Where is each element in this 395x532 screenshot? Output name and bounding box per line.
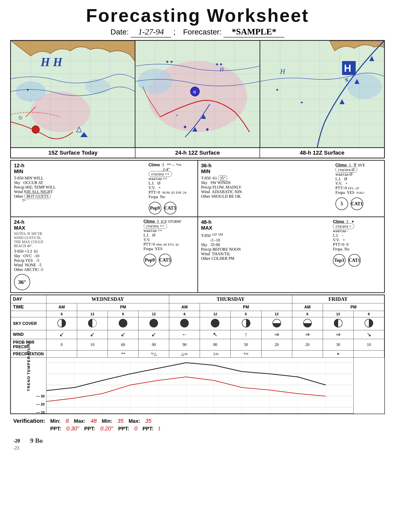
- precip-3: **: [108, 351, 139, 358]
- min2-label: Min:: [102, 418, 112, 424]
- ts-12a: 12: [77, 311, 108, 317]
- map-svg-3: H ✦ ✦ ≶: [260, 41, 384, 147]
- map-labels-row: 15Z Surface Today 24-h 12Z Surface 48-h …: [11, 147, 384, 158]
- wind-11: ↘: [353, 330, 384, 339]
- ts-6: 6: [46, 311, 77, 317]
- svg-text:✦✦: ✦✦: [165, 59, 174, 65]
- forecaster-field: Forecaster: *SAMPLE*: [183, 27, 285, 38]
- pp-9: 20: [292, 339, 323, 351]
- precip-2: [77, 351, 108, 358]
- ppt4-label: PPT:: [142, 426, 153, 432]
- temp-chart-cell: [46, 358, 354, 414]
- wind-1: ↙: [46, 330, 77, 339]
- pp-5: 90: [169, 339, 200, 351]
- ppt4-value: t: [159, 425, 160, 432]
- forecast-cell-36h-min: 36-hMIN T-850 -61 35° Sky SW WINDS Preci…: [198, 160, 385, 217]
- fc4-pop-circle: Top3: [333, 254, 346, 267]
- min2-value: 35: [117, 418, 123, 424]
- map-svg-1: H H ✦ · ··: [11, 41, 135, 147]
- map-panel-2: ✦✦ ✦✦ ⊙: [135, 41, 260, 147]
- precip-5: △∕∞: [169, 351, 200, 358]
- precip-11: [353, 351, 384, 358]
- pp-11: 10: [353, 339, 384, 351]
- pp-8: 20: [261, 339, 292, 351]
- time-pm-thu: PM: [200, 303, 292, 311]
- wind-2: ↙: [77, 330, 108, 339]
- svg-point-77: [150, 319, 158, 327]
- fc4-cat-circle: CAT1: [348, 254, 361, 267]
- time-am-fri: AM: [292, 303, 323, 311]
- ts-6f: 6: [353, 311, 384, 317]
- ts-6b: 6: [108, 311, 139, 317]
- precip-7: *∕≡: [231, 351, 261, 358]
- wind-label: WIND: [11, 330, 46, 339]
- ppt3-label: PPT:: [118, 426, 129, 432]
- sky-cover-row: SKY COVER: [11, 317, 384, 330]
- svg-text:H: H: [280, 67, 286, 75]
- pp-6: 80: [200, 339, 231, 351]
- ts-12d: 12: [261, 311, 292, 317]
- daily-table: DAY WEDNESDAY THURSDAY FRIDAY TIME AM PM…: [11, 295, 384, 414]
- time-am-thu: AM: [169, 303, 200, 311]
- precip-prob-row: PROB FOR PRECIP. 0 10 60 90 90 80 50 20 …: [11, 339, 384, 351]
- sky-2: [77, 317, 108, 330]
- wind-10: ⇒: [323, 330, 353, 339]
- forecaster-value: *SAMPLE*: [224, 27, 284, 38]
- header: Forecasting Worksheet Date: 1-27-94 ; Fo…: [10, 5, 385, 38]
- day-header-thu: THURSDAY: [169, 295, 292, 303]
- precip-9: [292, 351, 323, 358]
- svg-point-47: [206, 128, 209, 131]
- ts-6d: 6: [231, 311, 261, 317]
- pp-2: 10: [77, 339, 108, 351]
- ppt1-label: PPT:: [50, 426, 61, 432]
- precipitation-row: PRECIPITATION ** *∕△ △∕∞ ☽∕∞ *∕≡ ✶: [11, 351, 384, 358]
- ts-6e: 6: [292, 311, 323, 317]
- time-pm-fri: PM: [323, 303, 384, 311]
- forecast-cell-48h-max: 48-hMAX T-850 12Z 18Z -5 -10 Sky 35-90 P…: [198, 217, 385, 292]
- svg-text:H: H: [40, 56, 50, 69]
- wind-5: ←: [169, 330, 200, 339]
- svg-point-46: [184, 126, 186, 128]
- temp-minus23: -23: [13, 446, 382, 451]
- ts-12b: 12: [139, 311, 169, 317]
- sky-cover-label: SKY COVER: [11, 317, 46, 330]
- map-panel-3: H ✦ ✦ ≶: [260, 41, 384, 147]
- time-sub-header: [11, 311, 46, 317]
- temp-chart-svg: [46, 358, 353, 413]
- map-svg-2: ✦✦ ✦✦ ⊙: [135, 41, 259, 147]
- fc1-header: 12-hMIN: [14, 163, 145, 174]
- pp-10: 30: [323, 339, 353, 351]
- ppt1-value: 0.30": [66, 425, 79, 432]
- sky-1: [46, 317, 77, 330]
- temp-minus20: -20: [13, 438, 20, 444]
- svg-point-76: [119, 319, 127, 327]
- fc3-details: T-850 +3.3 61 Sky OVC -10 Precip YES -5 …: [14, 249, 140, 272]
- day-header-fri: FRIDAY: [292, 295, 384, 303]
- day-column-header: DAY: [11, 295, 46, 303]
- sky-8: [261, 317, 292, 330]
- sky-10: [323, 317, 353, 330]
- sky-5: [169, 317, 200, 330]
- day-header-wed: WEDNESDAY: [46, 295, 169, 303]
- date-label: Date:: [111, 28, 129, 36]
- page-title: Forecasting Worksheet: [10, 5, 385, 26]
- min1-value: 8: [66, 418, 69, 424]
- precip-10: ✶: [323, 351, 353, 358]
- pp-1: 0: [46, 339, 77, 351]
- pp-4: 90: [139, 339, 169, 351]
- sky-11: [353, 317, 384, 330]
- semicolon: ;: [173, 28, 175, 36]
- fc2-details: T-850 -61 35° Sky SW WINDS Precip FLOW, …: [201, 176, 332, 199]
- fc3-notes: NOTES: IF SPCTR WIND GUSTS IN, THE MAX C…: [14, 232, 140, 248]
- svg-text:H: H: [344, 63, 351, 74]
- svg-text:≶: ≶: [345, 77, 349, 82]
- verification-label: Verification:: [13, 418, 45, 424]
- wind-row: WIND ↙ ↙ ↙ ↙ ← ↖ ↑ ⇒ ⇒ ⇒ ↘: [11, 330, 384, 339]
- date-field: Date: 1-27-94 ;: [111, 27, 176, 38]
- daily-table-section: DAY WEDNESDAY THURSDAY FRIDAY TIME AM PM…: [10, 295, 385, 414]
- date-value: 1-27-94: [131, 27, 171, 38]
- sky-3: [108, 317, 139, 330]
- sky-4: [139, 317, 169, 330]
- fc3-pop-circle: Pop9: [144, 254, 156, 266]
- svg-text:··: ··: [29, 99, 31, 102]
